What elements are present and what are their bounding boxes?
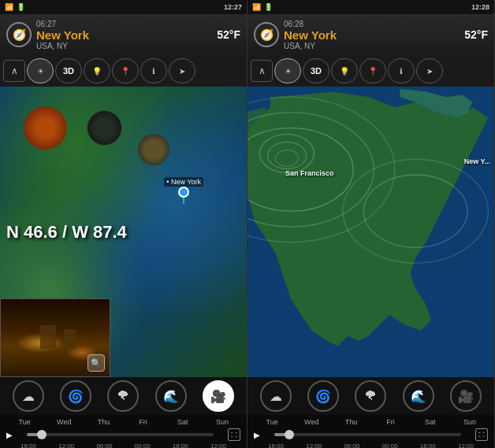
time-0600-left: 06:00 — [96, 442, 112, 448]
day-fri-right: Fri — [371, 418, 411, 426]
signal-icon-right: 📶 — [252, 3, 261, 11]
time-1800-left: 18:00 — [20, 442, 36, 448]
time-labels-right: 18:00 12:00 06:00 00:00 18:00 12:00 — [252, 442, 489, 448]
day-thu-right: Thu — [331, 418, 370, 426]
toolbar-left: ∧ ☀ 3D 💡 📍 ℹ ➤ — [0, 55, 247, 87]
weather-btn-right[interactable]: ☀ — [274, 58, 301, 83]
signal-icon: 📶 — [5, 3, 13, 11]
status-time-right: 12:28 — [471, 3, 489, 11]
cloud-btn-right[interactable]: ☁ — [260, 380, 292, 412]
day-sun-left: Sun — [203, 418, 242, 426]
country-right: USA, NY — [284, 42, 460, 50]
storm-blob-2 — [87, 110, 122, 146]
timeline-right: Tue Wed Thu Fri Sat Sun ▶ ⛶ 18:00 12:00 … — [248, 415, 494, 448]
cyclone-btn-left[interactable]: 🌀 — [60, 380, 91, 412]
time-0600-right: 06:00 — [344, 442, 359, 448]
city-name-left: New York — [36, 28, 212, 42]
city-name-right: New York — [284, 28, 460, 42]
video-btn-left[interactable]: 🎥 — [203, 380, 234, 412]
play-btn-right[interactable]: ▶ — [254, 431, 260, 439]
fullscreen-btn-right[interactable]: ⛶ — [475, 428, 488, 441]
time-1200b-left: 12:00 — [210, 442, 226, 448]
light-btn-right[interactable]: 💡 — [331, 58, 358, 83]
timeline-thumb-left[interactable] — [37, 430, 47, 439]
3d-btn-right[interactable]: 3D — [303, 58, 329, 83]
webcam-thumbnail[interactable]: NMU Academic Mall 🔍 — [0, 298, 110, 377]
timeline-thumb-right[interactable] — [285, 430, 294, 439]
video-btn-right[interactable]: 🎥 — [450, 380, 482, 412]
info-btn-left[interactable]: ℹ — [140, 58, 167, 83]
time-0000-left: 00:00 — [135, 442, 151, 448]
left-panel: 📶 🔋 12:27 🧭 06:27 New York USA, NY 52°F … — [0, 0, 248, 448]
time-1200-left: 12:00 — [58, 442, 74, 448]
header-right: 🧭 06:28 New York USA, NY 52°F — [248, 14, 494, 55]
location-btn-left[interactable]: 📍 — [112, 58, 139, 83]
pin-dot-left — [178, 187, 189, 198]
country-left: USA, NY — [36, 42, 212, 50]
light-btn-left[interactable]: 💡 — [84, 58, 110, 83]
waves-btn-right[interactable]: 🌊 — [403, 380, 434, 412]
weather-btn-left[interactable]: ☀ — [27, 58, 54, 83]
timeline-left: Tue Wed Thu Fri Sat Sun ▶ ⛶ 18:00 12:00 … — [0, 415, 247, 448]
day-sat-left: Sat — [163, 418, 203, 426]
continent-svg — [248, 87, 494, 377]
time-1800b-right: 18:00 — [420, 442, 436, 448]
day-sat-right: Sat — [411, 418, 450, 426]
fullscreen-btn-left[interactable]: ⛶ — [228, 428, 240, 441]
status-time-left: 12:27 — [224, 3, 242, 11]
cloud-btn-left[interactable]: ☁ — [13, 380, 44, 412]
status-bar-right: 📶 🔋 12:28 — [248, 0, 494, 14]
status-bar-left: 📶 🔋 12:27 — [0, 0, 247, 14]
header-info-right: 06:28 New York USA, NY — [284, 20, 460, 50]
hurricane-btn-right[interactable]: 🌪 — [355, 380, 386, 412]
day-thu-left: Thu — [84, 418, 123, 426]
map-left[interactable]: N 46.6 / W 87.4 • New York NMU Academic … — [0, 87, 247, 377]
time-1200b-right: 12:00 — [458, 442, 474, 448]
day-tue-left: Tue — [5, 418, 44, 426]
bottom-toolbar-right: ☁ 🌀 🌪 🌊 🎥 — [248, 377, 494, 415]
pin-label-left: • New York — [164, 177, 203, 187]
3d-btn-left[interactable]: 3D — [55, 58, 82, 83]
timeline-track-left[interactable] — [27, 433, 214, 436]
collapse-btn-right[interactable]: ∧ — [251, 60, 273, 82]
time-0000-right: 00:00 — [382, 442, 398, 448]
time-1200-right: 12:00 — [306, 442, 322, 448]
header-time-left: 06:27 — [36, 20, 212, 28]
timeline-days-left: Tue Wed Thu Fri Sat Sun — [5, 418, 242, 426]
newyork-pin-left[interactable]: • New York — [164, 177, 203, 204]
navigate-btn-right[interactable]: ➤ — [416, 58, 443, 83]
collapse-btn-left[interactable]: ∧ — [3, 60, 25, 82]
timeline-track-right[interactable] — [274, 433, 461, 436]
header-info-left: 06:27 New York USA, NY — [36, 20, 212, 50]
info-btn-right[interactable]: ℹ — [388, 58, 415, 83]
coordinates-display: N 46.6 / W 87.4 — [6, 222, 127, 243]
newyork-label-right: New Y... — [464, 157, 490, 165]
storm-blob-3 — [138, 134, 169, 165]
right-panel: 📶 🔋 12:28 🧭 06:28 New York USA, NY 52°F … — [248, 0, 495, 448]
compass-icon-left[interactable]: 🧭 — [6, 22, 32, 47]
pin-stem-left — [183, 198, 184, 204]
navigate-btn-left[interactable]: ➤ — [169, 58, 195, 83]
time-1800-right: 18:00 — [268, 442, 284, 448]
day-tue-right: Tue — [252, 418, 292, 426]
play-btn-left[interactable]: ▶ — [6, 431, 13, 439]
battery-icon-right: 🔋 — [264, 3, 273, 11]
cyclone-btn-right[interactable]: 🌀 — [307, 380, 339, 412]
hurricane-btn-left[interactable]: 🌪 — [107, 380, 139, 412]
time-labels-left: 18:00 12:00 06:00 00:00 18:00 12:00 — [5, 442, 242, 448]
time-1800b-left: 18:00 — [173, 442, 188, 448]
header-left: 🧭 06:27 New York USA, NY 52°F — [0, 14, 247, 55]
thumbnail-search-btn[interactable]: 🔍 — [87, 354, 105, 372]
header-time-right: 06:28 — [284, 20, 460, 28]
waves-btn-left[interactable]: 🌊 — [155, 380, 187, 412]
battery-icon: 🔋 — [17, 3, 25, 11]
day-wed-left: Wed — [44, 418, 84, 426]
day-fri-left: Fri — [124, 418, 163, 426]
storm-blob-1 — [24, 106, 67, 150]
day-wed-right: Wed — [292, 418, 331, 426]
map-right[interactable]: San Francisco New Y... — [248, 87, 494, 377]
location-btn-right[interactable]: 📍 — [359, 58, 386, 83]
timeline-days-right: Tue Wed Thu Fri Sat Sun — [252, 418, 489, 426]
compass-icon-right[interactable]: 🧭 — [254, 22, 279, 47]
day-sun-right: Sun — [450, 418, 489, 426]
